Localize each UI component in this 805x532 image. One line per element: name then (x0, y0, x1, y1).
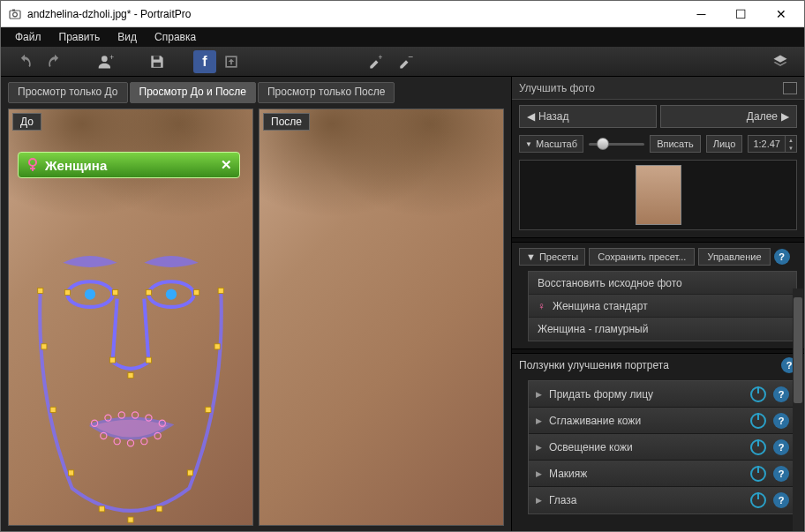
svg-text:−: − (409, 53, 414, 62)
slider-list: ▶Придать форму лицу? ▶Сглаживание кожи? … (528, 380, 797, 514)
toolbar: + f + − (1, 47, 804, 77)
svg-rect-24 (187, 470, 192, 476)
svg-rect-32 (109, 357, 115, 363)
svg-rect-6 (154, 62, 161, 66)
preset-item-female-glam[interactable]: Женщина - гламурный (529, 318, 796, 341)
svg-rect-33 (146, 357, 151, 363)
svg-point-44 (141, 438, 147, 445)
manage-presets-button[interactable]: Управление (698, 248, 770, 266)
help-icon[interactable]: ? (773, 386, 789, 402)
svg-text:+: + (379, 53, 383, 62)
gender-badge-close[interactable]: ✕ (221, 157, 232, 173)
nav-forward-button[interactable]: Далее▶ (660, 105, 798, 128)
tab-before-only[interactable]: Просмотр только До (8, 82, 128, 103)
facebook-button[interactable]: f (193, 50, 216, 73)
brush-plus-button[interactable]: + (361, 49, 391, 74)
svg-rect-20 (214, 344, 220, 349)
nav-back-button[interactable]: ◀Назад (519, 105, 657, 128)
gender-label: Женщина (45, 158, 107, 173)
svg-rect-19 (41, 344, 47, 349)
svg-rect-30 (146, 289, 151, 295)
power-icon[interactable] (750, 386, 766, 402)
minimize-button[interactable]: ─ (681, 2, 721, 26)
after-pane[interactable]: После (259, 109, 504, 526)
menu-file[interactable]: Файл (6, 28, 50, 46)
zoom-face-button[interactable]: Лицо (706, 135, 743, 153)
preset-item-restore[interactable]: Восстановить исходное фото (529, 272, 796, 295)
after-image (260, 109, 503, 525)
face-thumbnail[interactable] (636, 165, 681, 225)
undo-button[interactable] (10, 49, 40, 74)
chevron-right-icon: ▶ (536, 469, 542, 478)
face-navigator[interactable] (519, 160, 797, 230)
panel-header: Улучшить фото (512, 77, 804, 100)
presets-help-icon[interactable]: ? (774, 249, 790, 265)
menu-help[interactable]: Справка (146, 28, 205, 46)
help-icon[interactable]: ? (773, 413, 789, 429)
slider-skin-lighting[interactable]: ▶Освещение кожи? (529, 434, 796, 461)
preset-item-female-standard[interactable]: ♀Женщина стандарт (529, 295, 796, 318)
slider-skin-smoothing[interactable]: ▶Сглаживание кожи? (529, 408, 796, 434)
zoom-label[interactable]: ▼Масштаб (519, 135, 583, 153)
chevron-right-icon: ▶ (536, 416, 542, 425)
svg-rect-27 (128, 517, 133, 522)
slider-makeup[interactable]: ▶Макияж? (529, 461, 796, 487)
svg-point-42 (114, 438, 120, 445)
svg-point-16 (166, 288, 177, 299)
layers-button[interactable] (765, 49, 795, 74)
sliders-header: Ползунки улучшения портрета ? (519, 357, 797, 373)
svg-point-15 (85, 288, 95, 299)
save-preset-button[interactable]: Сохранить пресет... (589, 248, 695, 266)
zoom-up-icon[interactable]: ▲ (786, 136, 796, 144)
panel-collapse-button[interactable] (783, 82, 797, 94)
help-icon[interactable]: ? (773, 492, 789, 508)
preset-list: Восстановить исходное фото ♀Женщина стан… (528, 271, 797, 341)
triangle-down-icon: ▼ (525, 140, 532, 148)
panel-scrollbar[interactable] (793, 288, 803, 532)
power-icon[interactable] (750, 439, 766, 455)
svg-rect-23 (68, 470, 73, 476)
svg-rect-5 (154, 56, 160, 59)
power-icon[interactable] (750, 466, 766, 482)
presets-dropdown[interactable]: ▼Пресеты (519, 248, 585, 266)
svg-rect-25 (99, 506, 104, 512)
svg-point-43 (127, 440, 133, 446)
menu-edit[interactable]: Править (50, 28, 109, 46)
workspace: Просмотр только До Просмотр До и После П… (1, 77, 511, 532)
chevron-right-icon: ▶ (536, 443, 542, 452)
save-button[interactable] (142, 49, 172, 74)
slider-face-shape[interactable]: ▶Придать форму лицу? (529, 381, 796, 408)
add-person-button[interactable]: + (91, 49, 121, 74)
female-icon: ♀ (538, 300, 545, 312)
svg-rect-26 (157, 506, 162, 512)
gender-badge[interactable]: Женщина ✕ (18, 152, 240, 178)
zoom-fit-button[interactable]: Вписать (650, 135, 701, 153)
menu-view[interactable]: Вид (109, 28, 146, 46)
tab-before-after[interactable]: Просмотр До и После (130, 82, 256, 103)
help-icon[interactable]: ? (773, 466, 789, 482)
controls-panel: Улучшить фото ◀Назад Далее▶ ▼Масштаб Впи… (511, 77, 804, 532)
power-icon[interactable] (750, 492, 766, 508)
power-icon[interactable] (750, 413, 766, 429)
brush-minus-button[interactable]: − (391, 49, 421, 74)
svg-rect-2 (12, 9, 15, 11)
svg-rect-21 (50, 407, 56, 412)
zoom-down-icon[interactable]: ▼ (786, 144, 796, 152)
before-pane[interactable]: До Женщина ✕ (8, 109, 253, 526)
menubar: Файл Править Вид Справка (1, 27, 804, 47)
maximize-button[interactable]: ☐ (721, 2, 761, 26)
zoom-readout[interactable]: 1:2.47 ▲▼ (748, 135, 797, 153)
export-button[interactable] (216, 49, 246, 74)
tab-after-only[interactable]: Просмотр только После (258, 82, 395, 103)
help-icon[interactable]: ? (773, 439, 789, 455)
svg-rect-34 (128, 372, 133, 378)
zoom-value: 1:2.47 (749, 139, 785, 149)
close-button[interactable]: ✕ (761, 2, 801, 26)
svg-point-10 (29, 159, 36, 166)
slider-eyes[interactable]: ▶Глаза? (529, 487, 796, 513)
female-icon (26, 158, 40, 172)
redo-button[interactable] (40, 49, 70, 74)
chevron-right-icon: ▶ (536, 496, 542, 505)
zoom-slider[interactable] (589, 136, 644, 152)
chevron-right-icon: ▶ (536, 390, 542, 399)
